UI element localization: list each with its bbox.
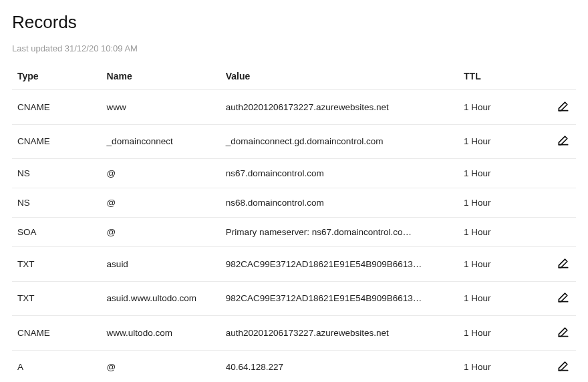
edit-button[interactable] bbox=[556, 100, 571, 114]
table-row: CNAMEwwwauth20201206173227.azurewebsites… bbox=[12, 90, 576, 125]
cell-value: auth20201206173227.azurewebsites.net bbox=[220, 90, 458, 125]
cell-value: Primary nameserver: ns67.domaincontrol.c… bbox=[220, 218, 458, 247]
cell-name: _domainconnect bbox=[102, 124, 220, 159]
cell-type: NS bbox=[12, 188, 102, 218]
edit-button[interactable] bbox=[556, 134, 571, 149]
cell-value: 982CAC99E3712AD18621E91E54B909B6613… bbox=[220, 247, 458, 282]
edit-button[interactable] bbox=[556, 360, 571, 375]
cell-ttl: 1 Hour bbox=[458, 316, 540, 351]
table-row: TXTasuid.www.ultodo.com982CAC99E3712AD18… bbox=[12, 281, 576, 316]
edit-icon bbox=[557, 325, 570, 341]
cell-ttl: 1 Hour bbox=[458, 159, 540, 188]
cell-ttl: 1 Hour bbox=[458, 90, 540, 125]
cell-type: CNAME bbox=[12, 316, 102, 351]
edit-button[interactable] bbox=[556, 291, 571, 306]
cell-actions bbox=[541, 350, 576, 382]
cell-name: @ bbox=[102, 218, 220, 247]
cell-ttl: 1 Hour bbox=[458, 218, 540, 247]
edit-icon bbox=[557, 256, 570, 272]
edit-button[interactable] bbox=[556, 256, 571, 271]
cell-name: www bbox=[102, 90, 220, 125]
cell-ttl: 1 Hour bbox=[458, 281, 540, 316]
cell-name: @ bbox=[102, 188, 220, 218]
cell-actions bbox=[541, 316, 576, 351]
cell-actions bbox=[541, 90, 576, 125]
table-row: CNAME_domainconnect_domainconnect.gd.dom… bbox=[12, 124, 576, 159]
cell-ttl: 1 Hour bbox=[458, 247, 540, 282]
cell-value: auth20201206173227.azurewebsites.net bbox=[220, 316, 458, 351]
cell-value: _domainconnect.gd.domaincontrol.com bbox=[220, 124, 458, 159]
table-row: CNAMEwww.ultodo.comauth20201206173227.az… bbox=[12, 316, 576, 351]
cell-actions bbox=[541, 159, 576, 188]
cell-ttl: 1 Hour bbox=[458, 124, 540, 159]
cell-type: CNAME bbox=[12, 124, 102, 159]
cell-name: asuid bbox=[102, 247, 220, 282]
cell-value: ns68.domaincontrol.com bbox=[220, 188, 458, 218]
cell-name: asuid.www.ultodo.com bbox=[102, 281, 220, 316]
table-row: NS@ns67.domaincontrol.com1 Hour bbox=[12, 159, 576, 188]
cell-name: @ bbox=[102, 159, 220, 188]
col-header-value: Value bbox=[220, 63, 458, 90]
cell-actions bbox=[541, 247, 576, 282]
cell-type: SOA bbox=[12, 218, 102, 247]
cell-type: TXT bbox=[12, 281, 102, 316]
cell-value: 40.64.128.227 bbox=[220, 350, 458, 382]
cell-type: TXT bbox=[12, 247, 102, 282]
records-table: Type Name Value TTL CNAMEwwwauth20201206… bbox=[12, 63, 576, 382]
cell-type: CNAME bbox=[12, 90, 102, 125]
col-header-ttl: TTL bbox=[458, 63, 540, 90]
cell-value: ns67.domaincontrol.com bbox=[220, 159, 458, 188]
table-row: SOA@Primary nameserver: ns67.domaincontr… bbox=[12, 218, 576, 247]
edit-button[interactable] bbox=[556, 325, 571, 340]
cell-actions bbox=[541, 188, 576, 218]
edit-icon bbox=[557, 359, 570, 375]
col-header-name: Name bbox=[102, 63, 220, 90]
cell-value: 982CAC99E3712AD18621E91E54B909B6613… bbox=[220, 281, 458, 316]
cell-name: @ bbox=[102, 350, 220, 382]
cell-actions bbox=[541, 281, 576, 316]
cell-ttl: 1 Hour bbox=[458, 350, 540, 382]
table-row: TXTasuid982CAC99E3712AD18621E91E54B909B6… bbox=[12, 247, 576, 282]
col-header-actions bbox=[541, 63, 576, 90]
last-updated-text: Last updated 31/12/20 10:09 AM bbox=[12, 43, 576, 53]
edit-icon bbox=[557, 291, 570, 306]
cell-actions bbox=[541, 218, 576, 247]
cell-ttl: 1 Hour bbox=[458, 188, 540, 218]
cell-actions bbox=[541, 124, 576, 159]
edit-icon bbox=[557, 100, 570, 115]
table-row: NS@ns68.domaincontrol.com1 Hour bbox=[12, 188, 576, 218]
cell-type: NS bbox=[12, 159, 102, 188]
edit-icon bbox=[557, 134, 570, 149]
cell-type: A bbox=[12, 350, 102, 382]
cell-name: www.ultodo.com bbox=[102, 316, 220, 351]
page-title: Records bbox=[12, 12, 576, 33]
table-row: A@40.64.128.2271 Hour bbox=[12, 350, 576, 382]
col-header-type: Type bbox=[12, 63, 102, 90]
